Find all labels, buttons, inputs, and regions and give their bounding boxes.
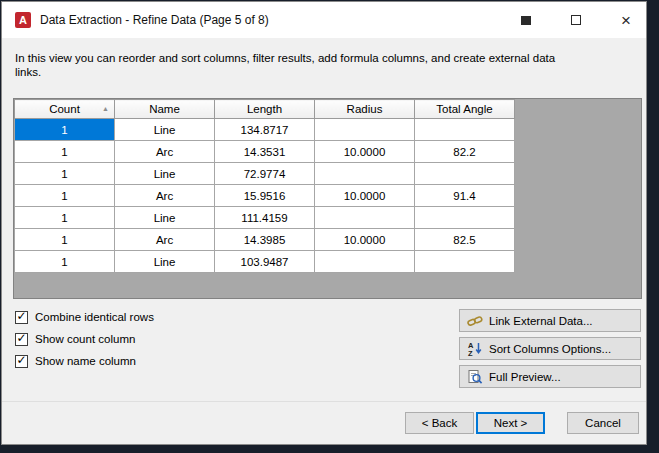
cancel-button[interactable]: Cancel — [567, 412, 639, 434]
table-row[interactable]: 1Arc14.353110.000082.2 — [15, 141, 515, 163]
table-cell[interactable]: Arc — [115, 185, 215, 207]
table-cell[interactable]: 14.3531 — [215, 141, 315, 163]
table-row[interactable]: 1Arc15.951610.000091.4 — [15, 185, 515, 207]
table-cell[interactable]: 111.4159 — [215, 207, 315, 229]
column-header-total-angle[interactable]: Total Angle — [415, 100, 515, 119]
table-cell[interactable]: Arc — [115, 229, 215, 251]
checkbox-box[interactable]: ✓ — [15, 333, 28, 346]
full-preview-button[interactable]: Full Preview... — [459, 365, 641, 388]
table-cell[interactable]: 91.4 — [415, 185, 515, 207]
close-icon: × — [621, 12, 631, 29]
table-cell[interactable]: 10.0000 — [315, 229, 415, 251]
table-cell[interactable] — [315, 119, 415, 141]
table-cell[interactable]: 14.3985 — [215, 229, 315, 251]
title-bar[interactable]: A Data Extraction - Refine Data (Page 5 … — [2, 2, 646, 38]
data-table: Count ▲ Name Length Radius Total Angle — [14, 99, 515, 273]
table-cell[interactable] — [315, 251, 415, 273]
column-header-label: Radius — [347, 103, 383, 115]
table-cell[interactable] — [415, 119, 515, 141]
table-row[interactable]: 1Line72.9774 — [15, 163, 515, 185]
next-button[interactable]: Next > — [476, 412, 545, 434]
table-row[interactable]: 1Arc14.398510.000082.5 — [15, 229, 515, 251]
checkmark-icon: ✓ — [16, 311, 26, 322]
column-header-label: Name — [149, 103, 180, 115]
window-title: Data Extraction - Refine Data (Page 5 of… — [40, 13, 269, 27]
bottom-separator — [2, 401, 646, 402]
checkmark-icon: ✓ — [16, 355, 26, 366]
column-header-label: Count — [49, 103, 80, 115]
column-header-label: Length — [247, 103, 282, 115]
column-header-length[interactable]: Length — [215, 100, 315, 119]
table-cell[interactable] — [315, 207, 415, 229]
side-button-label: Full Preview... — [489, 371, 561, 383]
table-cell[interactable]: Line — [115, 207, 215, 229]
table-cell[interactable]: Line — [115, 251, 215, 273]
table-cell[interactable]: 103.9487 — [215, 251, 315, 273]
table-cell[interactable]: 82.5 — [415, 229, 515, 251]
table-cell[interactable]: 1 — [15, 207, 115, 229]
table-cell[interactable]: 15.9516 — [215, 185, 315, 207]
side-button-label: Link External Data... — [489, 315, 593, 327]
side-button-label: Sort Columns Options... — [489, 343, 611, 355]
autocad-logo-icon: A — [15, 12, 31, 28]
sort-columns-options-button[interactable]: A Z Sort Columns Options... — [459, 337, 641, 360]
description-line-1: In this view you can reorder and sort co… — [15, 51, 555, 65]
back-button[interactable]: < Back — [405, 412, 474, 434]
link-icon — [467, 313, 483, 329]
magnifier-document-icon — [467, 369, 483, 385]
minimize-icon — [521, 16, 531, 25]
sort-az-icon: A Z — [467, 341, 483, 357]
table-header-row: Count ▲ Name Length Radius Total Angle — [15, 100, 515, 119]
options-checkbox-group: ✓ Combine identical rows ✓ Show count co… — [15, 309, 154, 375]
data-grid-panel: Count ▲ Name Length Radius Total Angle — [13, 98, 642, 299]
side-button-group: Link External Data... A Z Sort Columns O… — [459, 309, 641, 388]
table-cell[interactable]: Line — [115, 163, 215, 185]
table-cell[interactable]: 1 — [15, 119, 115, 141]
minimize-button[interactable] — [506, 2, 546, 38]
table-cell[interactable]: 10.0000 — [315, 141, 415, 163]
checkbox-label: Show count column — [35, 333, 135, 345]
sort-ascending-icon: ▲ — [102, 105, 109, 112]
maximize-button[interactable] — [556, 2, 596, 38]
checkbox-show-name-column[interactable]: ✓ Show name column — [15, 353, 154, 369]
table-row[interactable]: 1Line111.4159 — [15, 207, 515, 229]
table-body: 1Line134.87171Arc14.353110.000082.21Line… — [15, 119, 515, 273]
checkmark-icon: ✓ — [16, 333, 26, 344]
table-row[interactable]: 1Line103.9487 — [15, 251, 515, 273]
close-button[interactable]: × — [606, 2, 646, 38]
maximize-icon — [571, 15, 581, 25]
table-cell[interactable]: 10.0000 — [315, 185, 415, 207]
table-cell[interactable] — [415, 207, 515, 229]
table-cell[interactable] — [415, 251, 515, 273]
description-text: In this view you can reorder and sort co… — [15, 51, 555, 79]
column-header-radius[interactable]: Radius — [315, 100, 415, 119]
description-line-2: links. — [15, 65, 555, 79]
svg-text:Z: Z — [468, 349, 473, 357]
checkbox-label: Show name column — [35, 355, 136, 367]
column-header-count[interactable]: Count ▲ — [15, 100, 115, 119]
table-cell[interactable]: Arc — [115, 141, 215, 163]
table-cell[interactable] — [315, 163, 415, 185]
table-row[interactable]: 1Line134.8717 — [15, 119, 515, 141]
table-cell[interactable]: 1 — [15, 141, 115, 163]
table-cell[interactable]: 1 — [15, 163, 115, 185]
checkbox-show-count-column[interactable]: ✓ Show count column — [15, 331, 154, 347]
checkbox-combine-identical-rows[interactable]: ✓ Combine identical rows — [15, 309, 154, 325]
table-cell[interactable]: 134.8717 — [215, 119, 315, 141]
table-cell[interactable]: 1 — [15, 185, 115, 207]
table-cell[interactable]: 82.2 — [415, 141, 515, 163]
table-cell[interactable]: 72.9774 — [215, 163, 315, 185]
dialog-window: A Data Extraction - Refine Data (Page 5 … — [1, 1, 647, 445]
checkbox-box[interactable]: ✓ — [15, 355, 28, 368]
column-header-label: Total Angle — [436, 103, 492, 115]
checkbox-box[interactable]: ✓ — [15, 311, 28, 324]
table-cell[interactable]: 1 — [15, 251, 115, 273]
checkbox-label: Combine identical rows — [35, 311, 154, 323]
column-header-name[interactable]: Name — [115, 100, 215, 119]
table-cell[interactable] — [415, 163, 515, 185]
table-cell[interactable]: Line — [115, 119, 215, 141]
table-cell[interactable]: 1 — [15, 229, 115, 251]
link-external-data-button[interactable]: Link External Data... — [459, 309, 641, 332]
